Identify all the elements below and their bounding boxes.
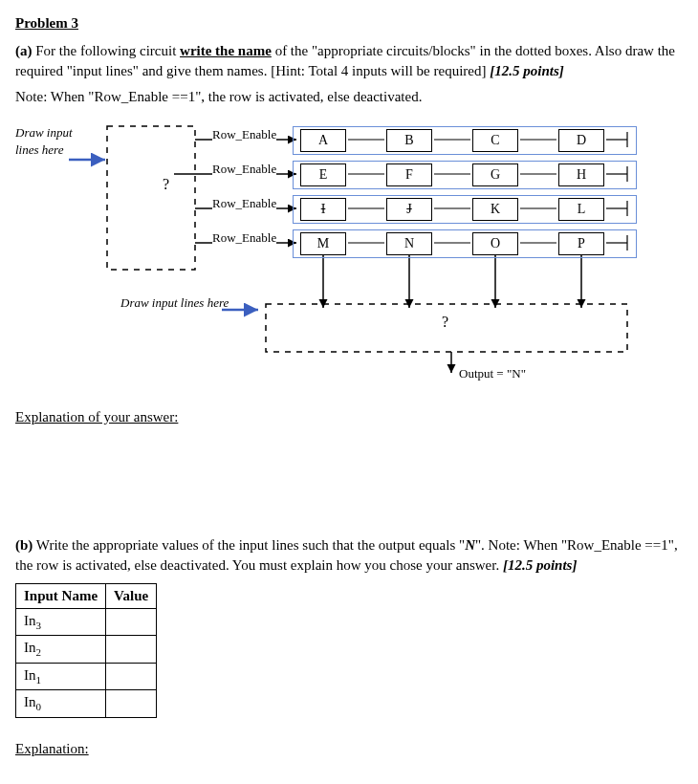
- cell-A: A: [300, 129, 346, 152]
- part-a-prompt: (a) For the following circuit write the …: [15, 41, 683, 81]
- cell-E: E: [300, 163, 346, 186]
- row-enable-label-1: Row_Enable: [212, 126, 276, 143]
- part-a-note: Note: When "Row_Enable ==1", the row is …: [15, 87, 683, 107]
- diagram-svg: [15, 117, 665, 394]
- cell-M: M: [300, 232, 346, 255]
- in2-value: [106, 636, 157, 663]
- in1-value: [106, 663, 157, 689]
- part-b-text-main: Write the appropriate values of the inpu…: [36, 537, 465, 553]
- in3-value: [106, 609, 157, 636]
- part-a-writename: write the name: [180, 43, 272, 58]
- part-b-prompt: (b) Write the appropriate values of the …: [15, 535, 683, 576]
- table-row: In2: [16, 636, 157, 663]
- cell-J: J: [386, 198, 432, 221]
- svg-rect-0: [107, 126, 195, 270]
- cell-G: G: [472, 163, 518, 186]
- table-row: In0: [16, 690, 157, 717]
- cell-P: P: [558, 232, 604, 255]
- table-row: In1: [16, 663, 157, 689]
- explanation-b-heading: Explanation:: [15, 741, 89, 756]
- table-row: In3: [16, 609, 157, 636]
- table-header-value: Value: [106, 584, 157, 609]
- in0-value: [106, 690, 157, 717]
- draw-input-bottom: Draw input lines here: [120, 294, 229, 312]
- row-enable-label-3: Row_Enable: [212, 195, 276, 212]
- part-a-points: [12.5 points]: [490, 63, 564, 78]
- in2-label: In2: [16, 636, 106, 663]
- part-a-text-before: For the following circuit: [35, 43, 180, 58]
- cell-B: B: [386, 129, 432, 152]
- problem-title: Problem 3: [15, 13, 683, 33]
- circuit-diagram: A B C D E F G H I J K L M N O P Row_Enab…: [15, 117, 665, 394]
- cell-C: C: [472, 129, 518, 152]
- draw-input-left: Draw input lines here: [15, 124, 92, 159]
- explanation-a-heading: Explanation of your answer:: [15, 409, 178, 425]
- part-b-label: (b): [15, 537, 33, 553]
- cell-O: O: [472, 232, 518, 255]
- cell-L: L: [558, 198, 604, 221]
- cell-D: D: [558, 129, 604, 152]
- output-label: Output = "N": [459, 365, 526, 382]
- row-enable-label-4: Row_Enable: [212, 229, 276, 247]
- cell-H: H: [558, 163, 604, 186]
- cell-N: N: [386, 232, 432, 255]
- cell-F: F: [386, 163, 432, 186]
- part-b-target: N: [465, 537, 475, 553]
- cell-K: K: [472, 198, 518, 221]
- cell-I: I: [300, 198, 346, 221]
- table-header-inputname: Input Name: [16, 584, 106, 609]
- part-a-label: (a): [15, 43, 33, 58]
- input-table: Input Name Value In3 In2 In1 In0: [15, 583, 157, 718]
- in0-label: In0: [16, 690, 106, 717]
- in1-label: In1: [16, 663, 106, 689]
- part-b-points: [12.5 points]: [503, 557, 578, 573]
- qmark-left: ?: [163, 174, 169, 195]
- in3-label: In3: [16, 609, 106, 636]
- row-enable-label-2: Row_Enable: [212, 161, 276, 178]
- qmark-bottom: ?: [442, 312, 448, 333]
